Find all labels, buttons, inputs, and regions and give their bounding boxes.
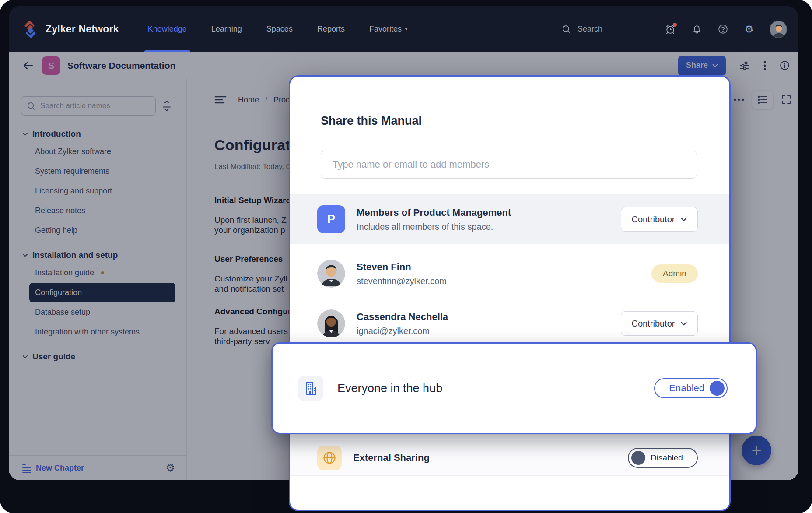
- building-icon: [298, 376, 323, 401]
- external-sharing-toggle[interactable]: Disabled: [628, 448, 698, 468]
- zylker-logo-icon: [21, 20, 39, 39]
- group-name: Members of Product Management: [357, 207, 511, 218]
- member-email: stevenfinn@zylker.com: [357, 276, 447, 286]
- help-icon[interactable]: [717, 24, 728, 35]
- bell-icon[interactable]: [691, 24, 702, 35]
- user-avatar[interactable]: [770, 21, 787, 38]
- top-navbar: Zylker Network Knowledge Learning Spaces…: [9, 6, 798, 52]
- nav-tab-knowledge[interactable]: Knowledge: [148, 6, 187, 52]
- everyone-in-hub-card: Everyone in the hub Enabled: [271, 342, 757, 434]
- gear-icon[interactable]: ⚙: [743, 24, 755, 35]
- chevron-down-icon: [681, 322, 687, 326]
- reminder-icon[interactable]: [665, 24, 676, 35]
- share-modal: Share this Manual P Members of Product M…: [289, 75, 731, 511]
- group-member-row: P Members of Product Management Includes…: [290, 194, 729, 244]
- member-avatar: [317, 309, 345, 337]
- global-search[interactable]: Search: [562, 25, 602, 34]
- nav-tab-spaces[interactable]: Spaces: [266, 6, 293, 52]
- chevron-down-icon: [681, 218, 687, 221]
- nav-tab-learning[interactable]: Learning: [211, 6, 242, 52]
- primary-nav: Knowledge Learning Spaces Reports Favori…: [148, 6, 407, 52]
- search-label: Search: [578, 25, 602, 34]
- role-dropdown[interactable]: Contributor: [621, 207, 698, 232]
- toggle-knob: [710, 381, 724, 396]
- member-email: ignaci@zylker.com: [357, 326, 448, 336]
- hub-access-label: Everyone in the hub: [337, 382, 442, 395]
- group-subtitle: Includes all members of this space.: [357, 222, 511, 232]
- modal-title: Share this Manual: [321, 114, 699, 128]
- admin-badge: Admin: [651, 264, 698, 283]
- nav-tab-reports[interactable]: Reports: [317, 6, 345, 52]
- screenshot-frame: Zylker Network Knowledge Learning Spaces…: [0, 0, 812, 513]
- member-name: Cassendra Nechella: [357, 311, 448, 323]
- member-avatar: [317, 260, 345, 288]
- globe-icon: [317, 446, 342, 470]
- brand[interactable]: Zylker Network: [21, 20, 119, 39]
- add-members-input[interactable]: [321, 151, 697, 179]
- external-sharing-label: External Sharing: [353, 452, 430, 464]
- role-dropdown[interactable]: Contributor: [621, 311, 698, 336]
- brand-name: Zylker Network: [46, 23, 119, 35]
- caret-down-icon: ▾: [405, 27, 407, 32]
- hub-access-toggle[interactable]: Enabled: [654, 378, 728, 398]
- reminder-alert-dot: [673, 23, 677, 27]
- toggle-knob: [631, 451, 645, 465]
- navbar-right: Search ⚙: [562, 21, 787, 38]
- member-name: Steven Finn: [357, 261, 447, 273]
- nav-tab-favorites[interactable]: Favorites▾: [369, 6, 407, 52]
- group-avatar: P: [317, 205, 345, 233]
- search-icon: [562, 25, 571, 34]
- external-sharing-row: External Sharing Disabled: [290, 440, 729, 476]
- member-row: Steven Finn stevenfinn@zylker.com Admin: [290, 251, 729, 296]
- member-row: Cassendra Nechella ignaci@zylker.com Con…: [290, 301, 729, 346]
